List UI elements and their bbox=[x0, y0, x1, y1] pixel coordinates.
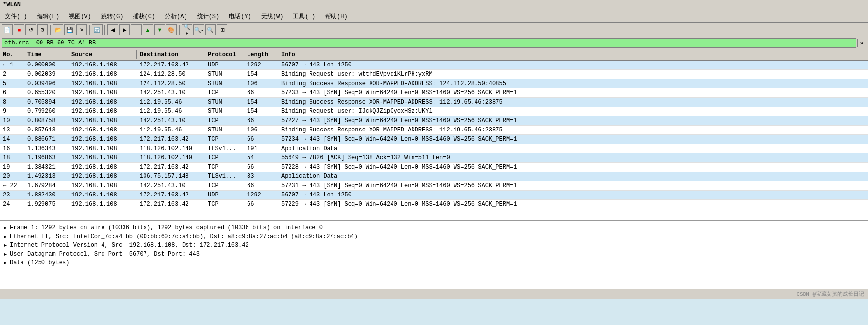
cell-info: Binding Request user: IJckQJZipCyoxHSz:U… bbox=[278, 107, 868, 116]
cell-no: 16 bbox=[0, 144, 24, 153]
detail-row[interactable]: ▶Ethernet II, Src: IntelCor_7c:a4:bb (00… bbox=[0, 232, 868, 241]
cell-source: 192.168.1.108 bbox=[68, 61, 137, 69]
cell-destination: 172.217.163.42 bbox=[137, 135, 205, 144]
table-row[interactable]: ← 221.679284192.168.1.108142.251.43.10TC… bbox=[0, 181, 868, 191]
cell-destination: 118.126.102.140 bbox=[137, 144, 205, 153]
table-row[interactable]: 181.196863192.168.1.108118.126.102.140TC… bbox=[0, 153, 868, 163]
cell-protocol: TCP bbox=[205, 88, 244, 97]
toolbar-next[interactable]: ▼ bbox=[154, 24, 165, 35]
detail-text: Ethernet II, Src: IntelCor_7c:a4:bb (00:… bbox=[10, 233, 358, 240]
cell-length: 106 bbox=[244, 126, 278, 134]
cell-info: Binding Success Response XOR-MAPPED-ADDR… bbox=[278, 98, 868, 107]
cell-length: 66 bbox=[244, 135, 278, 144]
menu-wireless[interactable]: 无线(W) bbox=[258, 11, 287, 22]
cell-source: 192.168.1.108 bbox=[68, 153, 137, 162]
table-row[interactable]: 90.799260192.168.1.108112.19.65.46STUN15… bbox=[0, 107, 868, 116]
toolbar-open[interactable]: 📂 bbox=[53, 24, 63, 35]
cell-time: 0.705894 bbox=[24, 98, 68, 107]
menu-goto[interactable]: 跳转(G) bbox=[98, 11, 126, 22]
cell-source: 192.168.1.108 bbox=[68, 98, 137, 107]
cell-length: 54 bbox=[244, 153, 278, 162]
filter-input[interactable] bbox=[2, 38, 856, 48]
table-row[interactable]: ← 10.000000192.168.1.108172.217.163.42UD… bbox=[0, 61, 868, 70]
cell-time: 0.655320 bbox=[24, 88, 68, 97]
detail-row[interactable]: ▶Data (1250 bytes) bbox=[0, 259, 868, 267]
table-row[interactable]: 100.808758192.168.1.108142.251.43.10TCP6… bbox=[0, 116, 868, 126]
col-destination: Destination bbox=[137, 50, 205, 59]
detail-row[interactable]: ▶Frame 1: 1292 bytes on wire (10336 bits… bbox=[0, 223, 868, 232]
table-row[interactable]: 191.384321192.168.1.108172.217.163.42TCP… bbox=[0, 163, 868, 172]
toolbar-prev[interactable]: ▲ bbox=[143, 24, 153, 35]
cell-destination: 142.251.43.10 bbox=[137, 181, 205, 190]
cell-source: 192.168.1.108 bbox=[68, 200, 137, 209]
cell-source: 192.168.1.108 bbox=[68, 126, 137, 134]
table-row[interactable]: 231.882430192.168.1.108172.217.163.42UDP… bbox=[0, 191, 868, 200]
cell-destination: 172.217.163.42 bbox=[137, 191, 205, 199]
menu-tools[interactable]: 工具(I) bbox=[290, 11, 318, 22]
menu-view[interactable]: 视图(V) bbox=[66, 11, 94, 22]
cell-source: 192.168.1.108 bbox=[68, 107, 137, 116]
toolbar-zoom-in[interactable]: 🔍+ bbox=[182, 24, 192, 35]
toolbar-back[interactable]: ◀ bbox=[107, 24, 118, 35]
table-row[interactable]: 241.929075192.168.1.108172.217.163.42TCP… bbox=[0, 200, 868, 209]
menu-telephone[interactable]: 电话(Y) bbox=[226, 11, 254, 22]
table-row[interactable]: 201.492313192.168.1.108106.75.157.148TLS… bbox=[0, 172, 868, 181]
cell-info: 56707 → 443 Len=1250 bbox=[278, 61, 868, 69]
cell-time: 0.039496 bbox=[24, 79, 68, 88]
toolbar-restart[interactable]: ↺ bbox=[25, 24, 36, 35]
toolbar-zoom-out[interactable]: 🔍- bbox=[193, 24, 204, 35]
cell-protocol: TCP bbox=[205, 153, 244, 162]
toolbar-save[interactable]: 💾 bbox=[64, 24, 75, 35]
cell-time: 1.196863 bbox=[24, 153, 68, 162]
cell-protocol: TCP bbox=[205, 200, 244, 209]
toolbar-new[interactable]: 📄 bbox=[2, 24, 13, 35]
detail-text: Data (1250 bytes) bbox=[10, 260, 69, 266]
table-row[interactable]: 60.655320192.168.1.108142.251.43.10TCP66… bbox=[0, 88, 868, 98]
cell-time: 0.799260 bbox=[24, 107, 68, 116]
cell-destination: 124.112.28.50 bbox=[137, 79, 205, 88]
expand-arrow-icon: ▶ bbox=[4, 225, 7, 231]
toolbar-resize[interactable]: ⊞ bbox=[217, 24, 227, 35]
filter-bar: ✕ bbox=[0, 37, 868, 49]
cell-protocol: STUN bbox=[205, 107, 244, 116]
table-row[interactable]: 130.857613192.168.1.108112.19.65.46STUN1… bbox=[0, 126, 868, 135]
menu-help[interactable]: 帮助(H) bbox=[322, 11, 351, 22]
toolbar-options[interactable]: ⚙ bbox=[37, 24, 48, 35]
menu-capture[interactable]: 捕获(C) bbox=[130, 11, 158, 22]
col-source: Source bbox=[68, 50, 137, 59]
table-row[interactable]: 20.002039192.168.1.108124.112.28.50STUN1… bbox=[0, 70, 868, 79]
cell-protocol: STUN bbox=[205, 79, 244, 88]
cell-info: 55649 → 7826 [ACK] Seq=138 Ack=132 Win=5… bbox=[278, 153, 868, 162]
table-row[interactable]: 50.039496192.168.1.108124.112.28.50STUN1… bbox=[0, 79, 868, 88]
cell-length: 154 bbox=[244, 70, 278, 79]
cell-time: 0.886671 bbox=[24, 135, 68, 144]
table-row[interactable]: 80.705894192.168.1.108112.19.65.46STUN15… bbox=[0, 98, 868, 107]
detail-row[interactable]: ▶User Datagram Protocol, Src Port: 56707… bbox=[0, 250, 868, 259]
watermark-text: CSDN @宝藏女孩的成长日记 bbox=[796, 290, 864, 298]
cell-destination: 106.75.157.148 bbox=[137, 172, 205, 181]
toolbar-close[interactable]: ✕ bbox=[76, 24, 87, 35]
cell-no: 20 bbox=[0, 172, 24, 181]
cell-length: 66 bbox=[244, 200, 278, 209]
toolbar-colorize[interactable]: 🎨 bbox=[166, 24, 177, 35]
cell-no: ← 22 bbox=[0, 181, 24, 190]
menu-analyze[interactable]: 分析(A) bbox=[162, 11, 190, 22]
menu-file[interactable]: 文件(E) bbox=[2, 11, 30, 22]
table-row[interactable]: 161.136343192.168.1.108118.126.102.140TL… bbox=[0, 144, 868, 153]
cell-info: 56707 → 443 Len=1250 bbox=[278, 191, 868, 199]
toolbar-stop[interactable]: ■ bbox=[14, 24, 24, 35]
toolbar-zoom-reset[interactable]: 🔍 bbox=[205, 24, 216, 35]
table-row[interactable]: 140.886671192.168.1.108172.217.163.42TCP… bbox=[0, 135, 868, 144]
menu-bar: 文件(E) 编辑(E) 视图(V) 跳转(G) 捕获(C) 分析(A) 统计(S… bbox=[0, 10, 868, 23]
toolbar-goto[interactable]: ≡ bbox=[131, 24, 142, 35]
cell-info: Binding Success Response XOR-MAPPED-ADDR… bbox=[278, 79, 868, 88]
toolbar-reload[interactable]: 🔄 bbox=[92, 24, 103, 35]
cell-length: 191 bbox=[244, 144, 278, 153]
menu-edit[interactable]: 编辑(E) bbox=[34, 11, 62, 22]
toolbar-forward[interactable]: ▶ bbox=[119, 24, 130, 35]
detail-row[interactable]: ▶Internet Protocol Version 4, Src: 192.1… bbox=[0, 241, 868, 250]
filter-close-button[interactable]: ✕ bbox=[857, 39, 866, 47]
menu-stats[interactable]: 统计(S) bbox=[194, 11, 223, 22]
cell-destination: 172.217.163.42 bbox=[137, 61, 205, 69]
cell-destination: 142.251.43.10 bbox=[137, 116, 205, 125]
